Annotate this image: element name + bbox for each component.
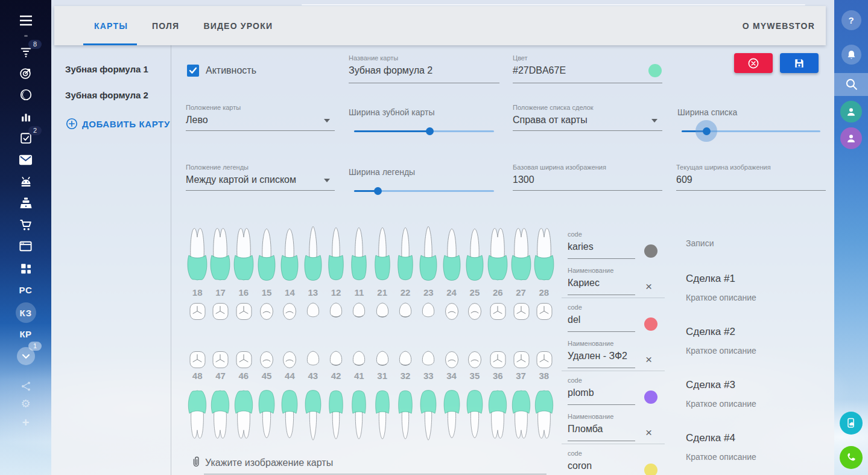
delete-button[interactable] <box>734 53 773 73</box>
legend-position-select[interactable]: Между картой и списком <box>186 174 296 185</box>
tooth-occlusal-35[interactable] <box>463 349 486 371</box>
tooth-34[interactable] <box>440 384 463 442</box>
legend-name-input[interactable]: Кариес <box>568 278 600 289</box>
tab-1[interactable]: КАРТЫ <box>82 21 140 31</box>
record-item-title[interactable]: Сделка #2 <box>686 326 735 338</box>
slider-thumb[interactable] <box>703 127 711 135</box>
tooth-25[interactable] <box>463 225 486 287</box>
tooth-occlusal-34[interactable] <box>440 349 463 371</box>
mail-icon[interactable] <box>0 154 51 166</box>
rail-item-pc[interactable]: PC <box>0 285 51 295</box>
expand-more-icon[interactable]: 1 <box>0 347 51 365</box>
card-position-select[interactable]: Лево <box>186 115 208 126</box>
tooth-24[interactable] <box>440 225 463 287</box>
tooth-38[interactable] <box>533 384 556 442</box>
deals-position-select[interactable]: Справа от карты <box>513 115 588 126</box>
tooth-occlusal-46[interactable] <box>232 349 255 371</box>
tooth-33[interactable] <box>417 384 440 442</box>
color-input[interactable]: #27DBA67E <box>513 65 566 76</box>
tooth-occlusal-41[interactable] <box>347 349 370 371</box>
chevron-down-icon[interactable] <box>324 179 330 182</box>
chart-width-slider[interactable] <box>354 125 494 137</box>
help-icon[interactable]: ? <box>834 10 868 30</box>
bar-chart-icon[interactable] <box>0 110 51 124</box>
tooth-occlusal-28[interactable] <box>533 301 556 322</box>
attach-image-field[interactable]: Укажите изображение карты <box>191 453 546 474</box>
tooth-37[interactable] <box>509 384 532 442</box>
tooth-42[interactable] <box>325 384 347 442</box>
bell-icon[interactable] <box>834 45 868 65</box>
tooth-occlusal-16[interactable] <box>232 301 255 322</box>
tooth-occlusal-15[interactable] <box>255 301 278 322</box>
tooth-35[interactable] <box>463 384 486 442</box>
clock-icon[interactable] <box>0 88 51 101</box>
chevron-down-icon[interactable] <box>651 119 657 123</box>
tooth-16[interactable] <box>232 225 255 287</box>
legend-color-dot[interactable] <box>644 464 657 475</box>
legend-color-dot[interactable] <box>644 317 657 331</box>
color-swatch[interactable] <box>648 64 662 77</box>
target-icon[interactable] <box>0 66 51 80</box>
tab-about[interactable]: О MYWEBSTOR <box>743 6 815 45</box>
tooth-36[interactable] <box>486 384 509 442</box>
card-name-input[interactable]: Зубная формула 2 <box>349 65 432 76</box>
legend-name-input[interactable]: Удален - ЗФ2 <box>568 351 627 362</box>
tooth-occlusal-22[interactable] <box>394 301 417 322</box>
tooth-occlusal-24[interactable] <box>440 301 463 322</box>
tooth-occlusal-45[interactable] <box>255 349 278 371</box>
card-list-item[interactable]: Зубная формула 2 <box>65 90 148 100</box>
tooth-41[interactable] <box>347 384 370 442</box>
tooth-18[interactable] <box>186 225 209 287</box>
tooth-27[interactable] <box>509 225 532 287</box>
legend-remove-icon[interactable]: × <box>645 427 652 438</box>
tooth-12[interactable] <box>325 225 347 287</box>
activity-checkbox[interactable] <box>187 65 199 77</box>
tooth-45[interactable] <box>255 384 278 442</box>
tooth-occlusal-21[interactable] <box>371 301 394 322</box>
legend-code-input[interactable]: plomb <box>568 387 594 398</box>
legend-name-input[interactable]: Пломба <box>568 424 603 435</box>
user-avatar-teal[interactable] <box>834 101 868 123</box>
tooth-occlusal-27[interactable] <box>509 301 532 322</box>
tooth-47[interactable] <box>209 384 232 442</box>
tooth-occlusal-38[interactable] <box>533 349 556 371</box>
tooth-occlusal-48[interactable] <box>186 349 209 371</box>
tooth-occlusal-14[interactable] <box>278 301 301 322</box>
tooth-46[interactable] <box>232 384 255 442</box>
gear-icon[interactable]: ⚙ <box>0 397 51 410</box>
current-width-input[interactable]: 609 <box>676 174 692 185</box>
tooth-occlusal-44[interactable] <box>278 349 301 371</box>
tooth-occlusal-25[interactable] <box>463 301 486 322</box>
card-list-item[interactable]: Зубная формула 1 <box>65 64 148 74</box>
legend-remove-icon[interactable]: × <box>645 354 652 365</box>
tasks-icon[interactable]: 2 <box>0 132 51 145</box>
robot-icon[interactable] <box>0 175 51 188</box>
plus-icon[interactable]: + <box>0 416 51 429</box>
tooth-occlusal-36[interactable] <box>486 349 509 371</box>
record-item-title[interactable]: Сделка #1 <box>686 273 735 285</box>
tooth-occlusal-42[interactable] <box>325 349 347 371</box>
tooth-occlusal-12[interactable] <box>325 301 347 322</box>
tooth-occlusal-31[interactable] <box>371 349 394 371</box>
legend-code-input[interactable]: karies <box>568 241 594 252</box>
cart-icon[interactable] <box>0 218 51 232</box>
menu-icon[interactable] <box>0 14 51 27</box>
tooth-26[interactable] <box>486 225 509 287</box>
user-avatar-purple[interactable] <box>834 127 868 149</box>
rail-item-kr[interactable]: КР <box>0 329 51 339</box>
tooth-occlusal-11[interactable] <box>347 301 370 322</box>
record-item-title[interactable]: Сделка #3 <box>686 379 735 391</box>
tooth-17[interactable] <box>209 225 232 287</box>
slider-thumb[interactable] <box>426 127 434 135</box>
slider-thumb[interactable] <box>374 187 382 195</box>
tooth-occlusal-37[interactable] <box>509 349 532 371</box>
legend-width-slider[interactable] <box>354 185 494 197</box>
legend-code-input[interactable]: del <box>568 314 580 325</box>
tooth-43[interactable] <box>302 384 325 442</box>
tooth-23[interactable] <box>417 225 440 287</box>
record-item-title[interactable]: Сделка #4 <box>686 432 735 444</box>
phone-icon[interactable] <box>834 446 868 469</box>
tooth-occlusal-13[interactable] <box>302 301 325 322</box>
tooth-48[interactable] <box>186 384 209 442</box>
browser-icon[interactable] <box>0 240 51 252</box>
